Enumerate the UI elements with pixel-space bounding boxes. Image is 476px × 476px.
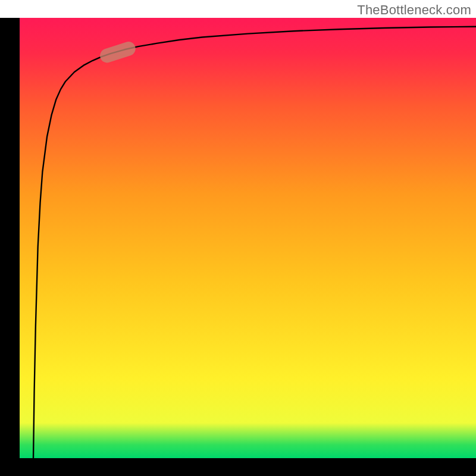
y-axis-bar [0,18,20,459]
x-axis-bar [0,458,476,476]
plot-background [20,18,476,458]
chart-svg [0,0,476,476]
watermark-text: TheBottleneck.com [357,2,471,18]
chart-container: TheBottleneck.com [0,0,476,476]
